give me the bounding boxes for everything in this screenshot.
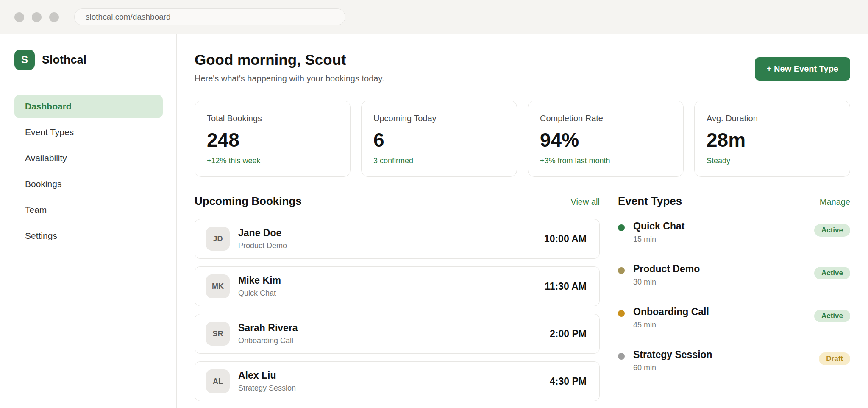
event-type-row[interactable]: Onboarding Call 45 min Active [618, 306, 850, 330]
event-type-row[interactable]: Product Demo 30 min Active [618, 263, 850, 287]
booking-row[interactable]: SR Sarah Rivera Onboarding Call 2:00 PM [195, 314, 600, 354]
booking-event-type: Product Demo [238, 241, 287, 250]
event-type-row[interactable]: Quick Chat 15 min Active [618, 221, 850, 244]
window-maximize-button[interactable] [49, 12, 59, 22]
stat-card-avg-duration: Avg. Duration 28m Steady [694, 101, 850, 177]
stat-value: 248 [207, 129, 338, 151]
stats-row: Total Bookings 248 +12% this week Upcomi… [195, 101, 850, 177]
sidebar: S Slothcal Dashboard Event Types Availab… [0, 34, 177, 408]
stat-value: 94% [540, 129, 671, 151]
sidebar-item-availability[interactable]: Availability [14, 146, 163, 170]
stat-card-total-bookings: Total Bookings 248 +12% this week [195, 101, 351, 177]
event-type-duration: 30 min [633, 278, 700, 287]
event-type-duration: 15 min [633, 235, 684, 244]
booking-time: 2:00 PM [550, 328, 587, 340]
window-close-button[interactable] [14, 12, 24, 22]
status-badge: Active [814, 224, 850, 237]
event-type-name: Quick Chat [633, 221, 684, 232]
address-bar-url: slothcal.com/dashboard [86, 12, 171, 22]
address-bar[interactable]: slothcal.com/dashboard [74, 8, 345, 25]
booking-row[interactable]: JD Jane Doe Product Demo 10:00 AM [195, 219, 600, 259]
booking-time: 10:00 AM [544, 233, 587, 245]
event-type-duration: 45 min [633, 321, 709, 330]
avatar: JD [206, 227, 230, 251]
event-types-header: Event Types Manage [618, 195, 850, 208]
logo-icon: S [14, 50, 35, 70]
event-type-list: Quick Chat 15 min Active Product Demo 30… [618, 221, 850, 372]
avatar: MK [206, 274, 230, 298]
booking-event-type: Onboarding Call [238, 336, 298, 345]
status-badge: Active [814, 267, 850, 279]
booking-time: 4:30 PM [550, 376, 587, 387]
event-color-dot [618, 353, 625, 360]
sidebar-nav: Dashboard Event Types Availability Booki… [14, 95, 163, 248]
event-color-dot [618, 310, 625, 317]
event-types-panel: Event Types Manage Quick Chat 15 min Act… [618, 195, 850, 401]
page-subtitle: Here's what's happening with your bookin… [195, 74, 384, 84]
view-all-link[interactable]: View all [570, 197, 600, 207]
app-name: Slothcal [42, 53, 86, 67]
stat-value: 6 [373, 129, 505, 151]
event-type-name: Onboarding Call [633, 306, 709, 318]
booking-name: Sarah Rivera [238, 322, 298, 334]
window-minimize-button[interactable] [32, 12, 42, 22]
stat-value: 28m [707, 129, 838, 151]
sidebar-item-team[interactable]: Team [14, 198, 163, 222]
window-controls [14, 12, 59, 22]
lower-section: Upcoming Bookings View all JD Jane Doe P… [195, 195, 850, 401]
booking-name: Alex Liu [238, 370, 296, 381]
bookings-title: Upcoming Bookings [195, 195, 302, 208]
event-color-dot [618, 267, 625, 274]
sidebar-item-event-types[interactable]: Event Types [14, 120, 163, 144]
page-title: Good morning, Scout [195, 51, 384, 68]
event-type-name: Product Demo [633, 263, 700, 275]
status-badge: Active [814, 310, 850, 322]
event-type-row[interactable]: Strategy Session 60 min Draft [618, 349, 850, 372]
stat-change: 3 confirmed [373, 156, 505, 165]
booking-time: 11:30 AM [545, 281, 587, 292]
booking-name: Mike Kim [238, 275, 281, 286]
booking-row[interactable]: AL Alex Liu Strategy Session 4:30 PM [195, 361, 600, 401]
stat-change: Steady [707, 156, 838, 165]
bookings-header: Upcoming Bookings View all [195, 195, 600, 208]
stat-card-completion-rate: Completion Rate 94% +3% from last month [528, 101, 684, 177]
logo: S Slothcal [14, 50, 163, 70]
app-shell: S Slothcal Dashboard Event Types Availab… [0, 34, 868, 408]
event-type-duration: 60 min [633, 363, 712, 372]
stat-label: Completion Rate [540, 114, 671, 123]
sidebar-item-bookings[interactable]: Bookings [14, 172, 163, 196]
sidebar-item-dashboard[interactable]: Dashboard [14, 95, 163, 118]
stat-change: +3% from last month [540, 156, 671, 165]
booking-event-type: Strategy Session [238, 384, 296, 393]
booking-list: JD Jane Doe Product Demo 10:00 AM MK Mik… [195, 219, 600, 401]
status-badge: Draft [819, 352, 850, 365]
event-types-title: Event Types [618, 195, 682, 208]
sidebar-item-settings[interactable]: Settings [14, 224, 163, 248]
avatar: AL [206, 369, 230, 393]
manage-link[interactable]: Manage [820, 197, 850, 207]
stat-change: +12% this week [207, 156, 338, 165]
booking-name: Jane Doe [238, 227, 287, 239]
stat-card-upcoming-today: Upcoming Today 6 3 confirmed [361, 101, 517, 177]
booking-event-type: Quick Chat [238, 289, 281, 298]
stat-label: Upcoming Today [373, 114, 505, 123]
main-content: Good morning, Scout Here's what's happen… [177, 34, 868, 408]
booking-row[interactable]: MK Mike Kim Quick Chat 11:30 AM [195, 266, 600, 306]
event-color-dot [618, 224, 625, 231]
avatar: SR [206, 322, 230, 346]
stat-label: Total Bookings [207, 114, 338, 123]
event-type-name: Strategy Session [633, 349, 712, 360]
upcoming-bookings-panel: Upcoming Bookings View all JD Jane Doe P… [195, 195, 600, 401]
stat-label: Avg. Duration [707, 114, 838, 123]
page-header: Good morning, Scout Here's what's happen… [195, 51, 850, 84]
browser-chrome: slothcal.com/dashboard [0, 0, 868, 34]
new-event-type-button[interactable]: + New Event Type [755, 57, 850, 81]
